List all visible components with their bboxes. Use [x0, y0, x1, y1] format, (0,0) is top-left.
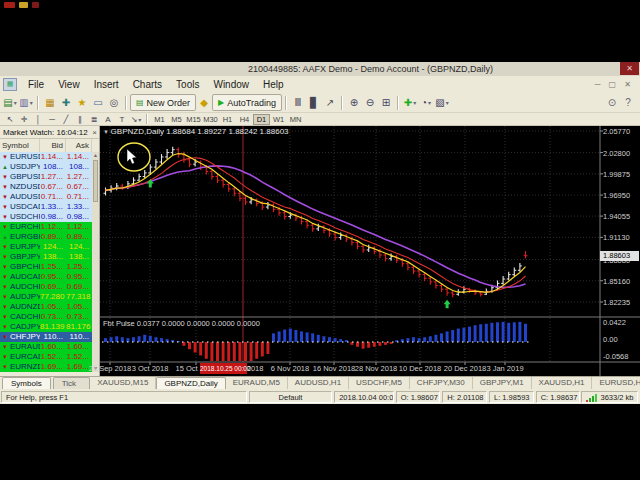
periods-icon[interactable]: ◔▾	[419, 95, 433, 110]
new-order-button[interactable]: ▤New Order	[130, 94, 196, 111]
crosshair-icon[interactable]: ✛	[18, 114, 30, 125]
chart-tab-xauusd-m15[interactable]: XAUUSD,M15	[90, 377, 156, 389]
help-icon[interactable]: ?	[621, 95, 635, 110]
scroll-thumb[interactable]	[93, 160, 98, 202]
timeframe-d1[interactable]: D1	[253, 114, 270, 125]
vertical-line-icon[interactable]: │	[32, 114, 44, 125]
horizontal-line-icon[interactable]: ─	[46, 114, 58, 125]
timeframe-m1[interactable]: M1	[151, 114, 168, 125]
scrollbar[interactable]: ▲ ▼	[92, 152, 99, 372]
close-button[interactable]: ✕	[620, 62, 639, 75]
market-watch-row-EURGBP[interactable]: ▲EURGBP0.89...0.89...	[0, 232, 92, 242]
chevron-down-icon[interactable]: ▼	[103, 129, 111, 135]
chart-window-controls[interactable]: ─ ▢ ✕	[595, 80, 634, 89]
bar-chart-mode-icon[interactable]: Ⅲ	[291, 95, 305, 110]
market-watch-row-EURCAD[interactable]: ▼EURCAD1.52...1.52...	[0, 352, 92, 362]
market-watch-row-EURJPY[interactable]: ▼EURJPY124...124...	[0, 242, 92, 252]
column-header-bid[interactable]: Bid	[40, 139, 66, 152]
market-watch-icon[interactable]: ▦	[43, 95, 57, 110]
channel-icon[interactable]: ∥	[74, 114, 86, 125]
market-watch-row-EURNZD[interactable]: ▼EURNZD1.69...1.69...	[0, 362, 92, 372]
timeframe-w1[interactable]: W1	[270, 114, 287, 125]
market-watch-row-USDJPY[interactable]: ▲USDJPY108...108...	[0, 162, 92, 172]
chart-tab-chfjpy-m30[interactable]: CHFJPY,M30	[410, 377, 473, 389]
data-window-icon[interactable]: ✚	[59, 95, 73, 110]
market-watch-row-AUDJPY[interactable]: ▼AUDJPY77.28077.318	[0, 292, 92, 302]
chevron-down-icon[interactable]: ▾	[138, 116, 141, 123]
chevron-down-icon[interactable]: ▾	[30, 99, 33, 106]
menu-file[interactable]: File	[21, 76, 51, 93]
time-tick-label[interactable]: 3 Jan 2019	[486, 364, 523, 373]
chevron-down-icon[interactable]: ▾	[14, 99, 17, 106]
market-watch-row-CADJPY[interactable]: ▼CADJPY81.13981.176	[0, 322, 92, 332]
label-icon[interactable]: T	[116, 114, 128, 125]
timeframe-m15[interactable]: M15	[185, 114, 202, 125]
profiles-icon[interactable]: ▥▾	[19, 95, 33, 110]
chart-tab-euraud-m5[interactable]: EURAUD,M5	[226, 377, 288, 389]
market-watch-row-USDCHF[interactable]: ▼USDCHF0.98...0.98...	[0, 212, 92, 222]
menu-help[interactable]: Help	[256, 76, 291, 93]
menu-insert[interactable]: Insert	[87, 76, 126, 93]
time-tick-label[interactable]: 10 Dec 2018	[399, 364, 442, 373]
market-watch-row-EURCHF[interactable]: ▼EURCHF1.12...1.12...	[0, 222, 92, 232]
price-chart[interactable]	[100, 126, 640, 376]
templates-icon[interactable]: ▧▾	[435, 95, 449, 110]
market-watch-row-AUDCHF[interactable]: ▼AUDCHF0.69...0.69...	[0, 282, 92, 292]
chart-tab-eurusd-h4[interactable]: EURUSD,H4	[592, 377, 640, 389]
new-chart-icon[interactable]: ▤▾	[3, 95, 17, 110]
text-icon[interactable]: A	[102, 114, 114, 125]
close-icon[interactable]: ×	[92, 126, 97, 139]
autotrading-button[interactable]: ▶AutoTrading	[212, 94, 282, 111]
terminal-icon[interactable]: ▭	[91, 95, 105, 110]
market-watch-row-GBPCHF[interactable]: ▼GBPCHF1.25...1.25...	[0, 262, 92, 272]
time-tick-label[interactable]: 3 Oct 2018	[132, 364, 169, 373]
market-watch-row-CADCHF[interactable]: ▼CADCHF0.73...0.73...	[0, 312, 92, 322]
line-chart-mode-icon[interactable]: ↗	[323, 95, 337, 110]
expert-advisors-icon[interactable]: ◆	[197, 95, 211, 110]
strategy-tester-icon[interactable]: ◎	[107, 95, 121, 110]
timeframe-h4[interactable]: H4	[236, 114, 253, 125]
column-header-ask[interactable]: Ask	[66, 139, 92, 152]
time-tick-label[interactable]: 28 Nov 2018	[355, 364, 398, 373]
tile-windows-icon[interactable]: ⊞	[379, 95, 393, 110]
chevron-down-icon[interactable]: ▾	[446, 99, 449, 106]
time-tick-label[interactable]: 6 Nov 2018	[271, 364, 309, 373]
market-watch-row-EURUSD[interactable]: ▼EURUSD1.14...1.14...	[0, 152, 92, 162]
chevron-down-icon[interactable]: ▾	[413, 99, 416, 106]
chart-tab-audusd-h1[interactable]: AUDUSD,H1	[288, 377, 349, 389]
indicators-icon[interactable]: ✚▾	[403, 95, 417, 110]
timeframe-mn[interactable]: MN	[287, 114, 304, 125]
navigator-icon[interactable]: ★	[75, 95, 89, 110]
menu-view[interactable]: View	[51, 76, 87, 93]
menu-tools[interactable]: Tools	[169, 76, 206, 93]
chart-tab-gbpjpy-m1[interactable]: GBPJPY,M1	[473, 377, 532, 389]
chevron-down-icon[interactable]: ▾	[428, 99, 431, 106]
market-watch-header[interactable]: Market Watch: 16:04:12 ×	[0, 126, 99, 139]
arrows-icon[interactable]: ↘▾	[130, 114, 142, 125]
menu-charts[interactable]: Charts	[126, 76, 169, 93]
market-watch-row-GBPUSD[interactable]: ▼GBPUSD1.27...1.27...	[0, 172, 92, 182]
market-watch-row-EURAUD[interactable]: ▼EURAUD1.60...1.60...	[0, 342, 92, 352]
column-header-symbol[interactable]: Symbol	[0, 139, 40, 152]
fibonacci-icon[interactable]: ≣	[88, 114, 100, 125]
market-watch-row-NZDUSD[interactable]: ▼NZDUSD0.67...0.67...	[0, 182, 92, 192]
market-watch-row-CHFJPY[interactable]: ▼CHFJPY110...110...	[0, 332, 92, 342]
chart-tab-xauusd-h1[interactable]: XAUUSD,H1	[532, 377, 593, 389]
search-icon[interactable]: ⊙	[605, 95, 619, 110]
trendline-icon[interactable]: ╱	[60, 114, 72, 125]
zoom-in-icon[interactable]: ⊕	[347, 95, 361, 110]
timeframe-m5[interactable]: M5	[168, 114, 185, 125]
market-watch-row-AUDCAD[interactable]: ▼AUDCAD0.95...0.95...	[0, 272, 92, 282]
market-watch-row-AUDUSD[interactable]: ▼AUDUSD0.71...0.71...	[0, 192, 92, 202]
chart-tab-usdchf-m5[interactable]: USDCHF,M5	[349, 377, 410, 389]
zoom-out-icon[interactable]: ⊖	[363, 95, 377, 110]
time-tick-label[interactable]: 16 Nov 2018	[313, 364, 356, 373]
scroll-up-icon[interactable]: ▲	[92, 152, 99, 159]
market-watch-row-USDCAD[interactable]: ▼USDCAD1.33...1.33...	[0, 202, 92, 212]
timeframe-m30[interactable]: M30	[202, 114, 219, 125]
menu-window[interactable]: Window	[206, 76, 256, 93]
timeframe-h1[interactable]: H1	[219, 114, 236, 125]
time-tick-label[interactable]: 20 Dec 2018	[444, 364, 487, 373]
time-tick-label[interactable]: 21 Sep 2018	[89, 364, 132, 373]
candlestick-mode-icon[interactable]: ▊	[307, 95, 321, 110]
